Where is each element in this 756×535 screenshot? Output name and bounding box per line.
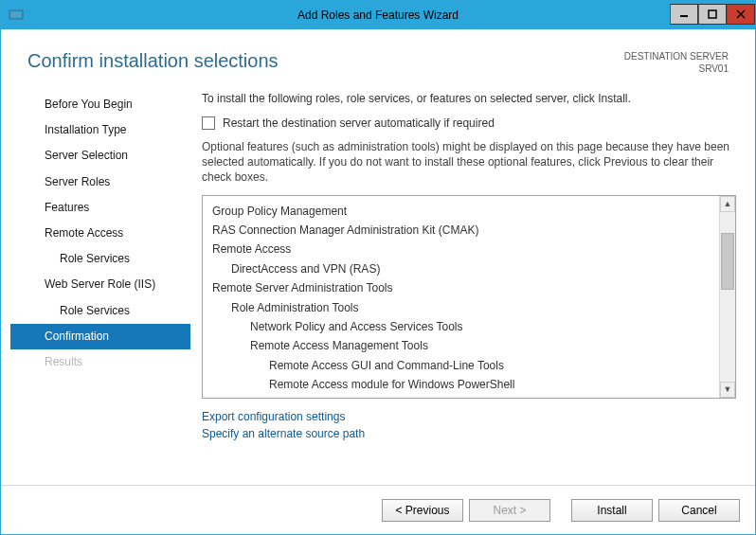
main-panel: To install the following roles, role ser… <box>190 86 746 485</box>
list-item: Group Policy Management <box>212 202 715 221</box>
close-button[interactable] <box>727 4 755 25</box>
links-block: Export configuration settings Specify an… <box>202 408 736 442</box>
nav-item-remote-access[interactable]: Remote Access <box>10 221 190 246</box>
list-item: Remote Server Administration Tools <box>212 278 715 297</box>
list-item: Network Policy and Access Services Tools <box>212 317 715 336</box>
nav-item-features[interactable]: Features <box>10 195 190 221</box>
alternate-source-link[interactable]: Specify an alternate source path <box>202 425 736 442</box>
list-item: DirectAccess and VPN (RAS) <box>212 259 715 278</box>
nav-item-role-services[interactable]: Role Services <box>10 246 190 272</box>
next-button: Next > <box>469 499 550 522</box>
selections-list[interactable]: Group Policy ManagementRAS Connection Ma… <box>203 196 719 398</box>
nav-item-web-server-role-iis-[interactable]: Web Server Role (IIS) <box>10 272 190 297</box>
restart-checkbox[interactable] <box>202 116 215 130</box>
maximize-button[interactable] <box>698 4 727 25</box>
page-header: Confirm installation selections DESTINAT… <box>1 29 755 82</box>
minimize-button[interactable] <box>670 4 698 25</box>
nav-item-role-services[interactable]: Role Services <box>10 298 190 324</box>
selections-listbox: Group Policy ManagementRAS Connection Ma… <box>202 195 736 399</box>
footer: < Previous Next > Install Cancel <box>1 485 755 534</box>
nav-item-server-roles[interactable]: Server Roles <box>10 169 190 195</box>
titlebar[interactable]: Add Roles and Features Wizard <box>1 1 755 29</box>
destination-label: DESTINATION SERVER <box>624 50 729 62</box>
list-item: Remote Access module for Windows PowerSh… <box>212 375 715 394</box>
body: Before You BeginInstallation TypeServer … <box>1 82 755 485</box>
scroll-down-icon[interactable]: ▼ <box>720 382 735 398</box>
page-title: Confirm installation selections <box>27 50 279 75</box>
window-title: Add Roles and Features Wizard <box>1 9 755 22</box>
scroll-up-icon[interactable]: ▲ <box>720 196 735 212</box>
nav-item-results: Results <box>10 349 190 375</box>
list-item: Remote Access GUI and Command-Line Tools <box>212 356 715 375</box>
list-item: Remote Access <box>212 240 715 259</box>
window-controls <box>670 5 755 26</box>
destination-server-block: DESTINATION SERVER SRV01 <box>624 50 729 75</box>
wizard-nav: Before You BeginInstallation TypeServer … <box>10 86 190 485</box>
client-area: Confirm installation selections DESTINAT… <box>1 29 755 534</box>
list-item: Role Administration Tools <box>212 298 715 317</box>
destination-value: SRV01 <box>624 62 729 75</box>
svg-rect-1 <box>11 12 15 17</box>
restart-row: Restart the destination server automatic… <box>202 116 736 130</box>
nav-item-installation-type[interactable]: Installation Type <box>10 117 190 143</box>
export-settings-link[interactable]: Export configuration settings <box>202 408 736 425</box>
install-button[interactable]: Install <box>571 499 653 522</box>
scroll-thumb[interactable] <box>721 233 734 290</box>
app-icon <box>7 6 26 25</box>
nav-item-before-you-begin[interactable]: Before You Begin <box>10 92 190 117</box>
restart-label: Restart the destination server automatic… <box>223 116 495 130</box>
svg-rect-2 <box>16 12 21 14</box>
svg-rect-3 <box>16 15 21 17</box>
svg-rect-5 <box>709 10 716 18</box>
wizard-window: Add Roles and Features Wizard Confirm in… <box>0 0 756 535</box>
previous-button[interactable]: < Previous <box>382 499 463 522</box>
scrollbar[interactable]: ▲ ▼ <box>719 196 735 398</box>
nav-item-confirmation[interactable]: Confirmation <box>10 324 190 349</box>
optional-text: Optional features (such as administratio… <box>202 139 736 186</box>
list-item: Remote Access Management Tools <box>212 336 715 355</box>
nav-item-server-selection[interactable]: Server Selection <box>10 143 190 169</box>
scroll-track[interactable] <box>720 212 735 382</box>
intro-text: To install the following roles, role ser… <box>202 92 736 105</box>
list-item: RAS Connection Manager Administration Ki… <box>212 221 715 240</box>
cancel-button[interactable]: Cancel <box>658 499 740 522</box>
